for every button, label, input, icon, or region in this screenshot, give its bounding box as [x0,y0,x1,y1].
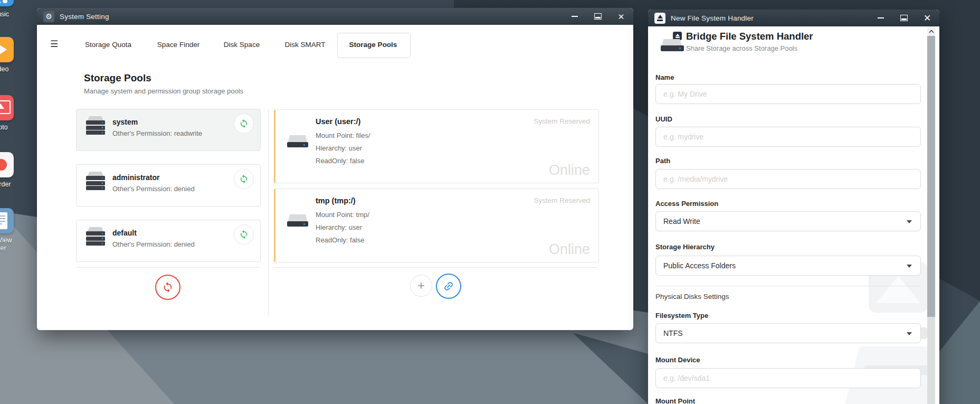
mount-device-input[interactable] [655,368,921,388]
chevron-down-icon [907,265,912,268]
access-permission-value: Read Write [663,217,700,226]
filesystem-type-label: Filesystem Type [655,312,708,320]
close-icon: ✕ [924,14,931,23]
dock-label-fileviewer-2: er [0,245,19,252]
mount-readonly: ReadOnly: false [316,236,365,244]
pool-name: administrator [112,173,159,182]
tab-disk-smart[interactable]: Disk SMART [284,41,325,49]
filesystem-type-value: NTFS [663,329,683,337]
mount-readonly: ReadOnly: false [316,157,365,165]
pool-permission: Other's Permission: denied [112,185,195,193]
maximize-button[interactable] [593,12,603,21]
link-mount-button[interactable] [436,274,461,299]
pool-permission: Other's Permission: denied [112,240,195,248]
pool-sync-button[interactable] [234,224,254,245]
maximize-button[interactable] [899,13,909,23]
handler-header-icon [661,32,684,53]
name-label: Name [655,73,674,81]
dock-label-photo: oto [0,124,19,131]
minimize-icon [572,16,578,17]
mount-point-label: Mount Point [655,397,695,404]
storage-hierarchy-label: Storage Hierarchy [655,243,715,251]
drive-icon [287,135,308,149]
system-reserved-badge: System Reserved [534,196,590,204]
path-label: Path [655,157,670,165]
link-icon [440,278,456,294]
page-title: Storage Pools [84,72,151,84]
mount-point: Mount Point: tmp/ [316,211,369,219]
mountain-icon [0,104,4,109]
video-icon[interactable] [0,37,14,62]
chevron-down-icon [907,220,912,223]
window-title: System Setting [60,13,109,21]
tab-disk-space[interactable]: Disk Space [224,41,260,49]
play-icon [0,44,7,55]
chevron-down-icon [907,332,912,335]
mount-card-user[interactable]: User (user:/) Mount Point: files/ Hierar… [274,109,599,183]
record-dot-icon [0,159,7,171]
mount-hierarchy: Hierarchy: user [316,144,362,152]
access-permission-select[interactable]: Read Write [655,211,921,231]
mount-title: tmp (tmp:/) [316,196,356,205]
sync-icon [239,119,249,128]
filesystem-type-select[interactable]: NTFS [655,323,921,343]
close-button[interactable]: ✕ [616,12,626,21]
window-title: New File System Handler [671,14,754,22]
system-setting-window: ⚙ System Setting ✕ ☰ Storage Quota Space… [37,8,633,330]
minimize-button[interactable] [876,13,886,23]
document-icon [0,212,7,229]
pool-name: system [112,118,138,126]
pool-permission: Other's Permission: readwrite [112,129,202,137]
storage-hierarchy-value: Public Access Folders [663,261,736,270]
gear-icon: ⚙ [43,11,54,22]
system-setting-titlebar[interactable]: ⚙ System Setting [37,8,633,25]
online-status: Online [549,162,590,178]
refresh-icon [162,281,174,293]
recorder-icon[interactable] [0,152,14,177]
photo-icon[interactable] [0,95,14,120]
pool-card-system[interactable]: system Other's Permission: readwrite [76,109,261,151]
access-permission-label: Access Permission [655,200,718,208]
dock-label-video: deo [0,65,19,73]
dock-label-fileviewer-1: eView [0,237,19,244]
pool-list-divider [76,267,260,268]
pool-sync-button[interactable] [234,114,254,134]
storage-hierarchy-select[interactable]: Public Access Folders [655,256,921,276]
sync-icon [239,174,249,184]
path-input[interactable] [655,169,921,189]
pool-card-default[interactable]: default Other's Permission: denied [76,220,261,262]
pool-card-administrator[interactable]: administrator Other's Permission: denied [76,164,261,206]
mount-title: User (user:/) [316,117,360,126]
plus-icon [416,280,426,291]
mount-card-tmp[interactable]: tmp (tmp:/) Mount Point: tmp/ Hierarchy:… [274,189,599,262]
refresh-pools-button[interactable] [155,275,180,300]
minimize-button[interactable] [570,12,579,21]
menu-button[interactable]: ☰ [50,40,58,49]
storage-pool-icon [86,227,105,249]
name-input[interactable] [655,84,921,104]
maximize-icon [594,13,602,20]
close-button[interactable]: ✕ [922,13,932,23]
handler-header-title: Bridge File System Handler [686,31,813,42]
sync-icon [239,230,249,239]
music-icon[interactable] [0,0,14,6]
dock-label-music: usic [0,11,19,18]
scrollbar-up-button[interactable] [927,26,935,36]
uuid-label: UUID [655,115,672,123]
file-viewer-icon[interactable] [0,208,14,233]
storage-pool-icon [86,116,105,138]
tab-space-finder[interactable]: Space Finder [157,41,199,49]
add-mount-button[interactable] [410,275,432,297]
mount-point: Mount Point: files/ [316,131,370,139]
chevron-up-icon [929,30,934,33]
pool-name: default [112,229,137,237]
tab-storage-quota[interactable]: Storage Quota [85,41,131,49]
mount-hierarchy: Hierarchy: user [316,223,362,231]
pool-sync-button[interactable] [234,169,254,189]
dock-label-recorder: order [0,181,19,188]
uuid-input[interactable] [655,127,921,147]
online-status: Online [549,241,590,258]
scrollbar-thumb[interactable] [927,36,935,317]
page-subtitle: Manage system and permission group stora… [84,87,243,95]
tab-storage-pools[interactable]: Storage Pools [349,41,397,49]
